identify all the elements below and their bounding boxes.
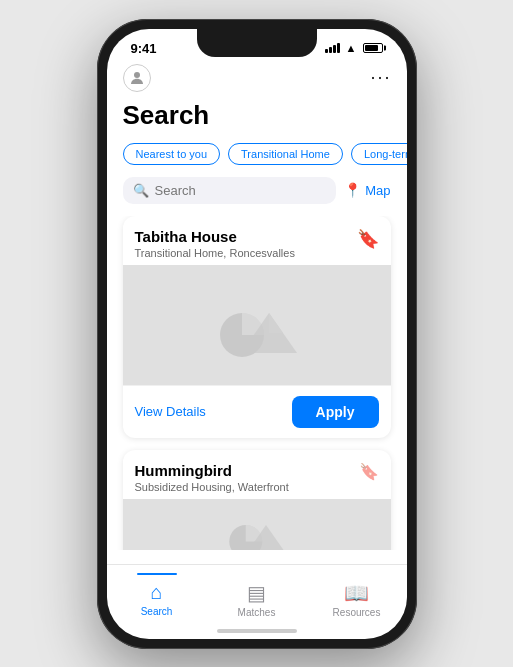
bottom-nav: ⌂ Search ▤ Matches 📖 Resources (107, 564, 407, 634)
card-hummingbird-info: Hummingbird Subsidized Housing, Waterfro… (135, 462, 289, 493)
svg-point-0 (134, 72, 140, 78)
card-image (123, 265, 391, 385)
nav-search-icon: ⌂ (150, 581, 162, 604)
nav-resources-label: Resources (333, 607, 381, 618)
status-icons: ▲ (325, 42, 383, 54)
nav-matches[interactable]: ▤ Matches (207, 573, 307, 618)
map-pin-icon: 📍 (344, 182, 361, 198)
screen-content: ⋮ Search Nearest to you Transitional Hom… (107, 60, 407, 634)
search-icon: 🔍 (133, 183, 149, 198)
app-header: ⋮ (107, 60, 407, 100)
search-field-wrap[interactable]: 🔍 (123, 177, 337, 204)
nav-matches-icon: ▤ (247, 581, 266, 605)
nav-search[interactable]: ⌂ Search (107, 573, 207, 617)
status-time: 9:41 (131, 41, 157, 56)
card-hummingbird-title: Hummingbird (135, 462, 289, 479)
page-title: Search (107, 100, 407, 143)
card-hummingbird: Hummingbird Subsidized Housing, Waterfro… (123, 450, 391, 550)
placeholder-logo (207, 285, 307, 365)
apply-button[interactable]: Apply (292, 396, 379, 428)
battery-icon (363, 43, 383, 53)
nav-search-label: Search (141, 606, 173, 617)
nav-resources-icon: 📖 (344, 581, 369, 605)
notch (197, 29, 317, 57)
nav-active-indicator (137, 573, 177, 575)
phone-frame: 9:41 ▲ ⋮ (97, 19, 417, 649)
filter-chip-transitional[interactable]: Transitional Home (228, 143, 343, 165)
wifi-icon: ▲ (346, 42, 357, 54)
more-menu-icon[interactable]: ⋮ (370, 67, 390, 88)
filter-chips: Nearest to you Transitional Home Long-te… (107, 143, 407, 177)
svg-marker-3 (269, 313, 283, 333)
card-hummingbird-subtitle: Subsidized Housing, Waterfront (135, 481, 289, 493)
card-tabitha-house: Tabitha House Transitional Home, Roncesv… (123, 216, 391, 438)
avatar-icon[interactable] (123, 64, 151, 92)
nav-matches-label: Matches (238, 607, 276, 618)
map-button[interactable]: 📍 Map (344, 182, 390, 198)
bookmark-icon[interactable]: 🔖 (357, 228, 379, 250)
filter-chip-longterm[interactable]: Long-term Ho... (351, 143, 407, 165)
card-info: Tabitha House Transitional Home, Roncesv… (135, 228, 295, 259)
search-input[interactable] (155, 183, 327, 198)
card-hummingbird-header: Hummingbird Subsidized Housing, Waterfro… (123, 450, 391, 499)
card-title: Tabitha House (135, 228, 295, 245)
signal-icon (325, 43, 340, 53)
hummingbird-card-image (123, 499, 391, 550)
home-indicator (217, 629, 297, 633)
search-row: 🔍 📍 Map (107, 177, 407, 216)
card-actions: View Details Apply (123, 385, 391, 438)
map-button-label: Map (365, 183, 390, 198)
cards-container: Tabitha House Transitional Home, Roncesv… (107, 216, 407, 550)
card-subtitle: Transitional Home, Roncesvalles (135, 247, 295, 259)
hummingbird-placeholder-logo (217, 504, 297, 550)
phone-screen: 9:41 ▲ ⋮ (107, 29, 407, 639)
card-header: Tabitha House Transitional Home, Roncesv… (123, 216, 391, 265)
filter-chip-nearest[interactable]: Nearest to you (123, 143, 221, 165)
nav-resources[interactable]: 📖 Resources (307, 573, 407, 618)
view-details-button[interactable]: View Details (135, 404, 206, 419)
hummingbird-bookmark-icon[interactable]: 🔖 (359, 462, 379, 481)
